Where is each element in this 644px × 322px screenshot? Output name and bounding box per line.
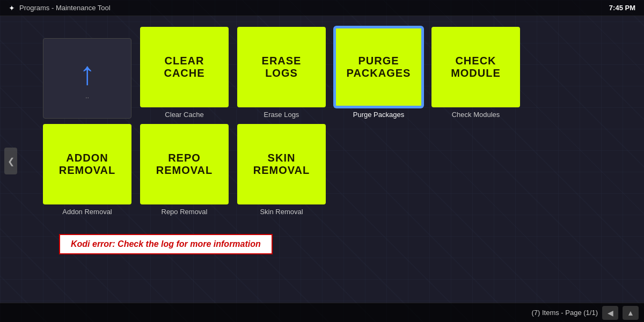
purge-packages-text: PURGEPACKAGES (347, 55, 411, 79)
repo-removal-label: Repo Removal (162, 208, 208, 216)
tile-item-repo-removal: REPOREMOVAL Repo Removal (140, 124, 229, 216)
check-module-button[interactable]: CHECKMODULE (431, 27, 520, 107)
addon-removal-text: ADDONREMOVAL (59, 152, 116, 177)
purge-packages-label: Purge Packages (353, 111, 404, 119)
back-dots: .. (85, 92, 89, 100)
tile-item-check-module: CHECKMODULE Check Modules (431, 27, 520, 119)
header: ✦ Programs - Maintenance Tool 7:45 PM (0, 0, 644, 16)
clear-cache-text: CLEARCACHE (164, 55, 204, 79)
tile-item-purge-packages: PURGEPACKAGES Purge Packages (334, 27, 423, 119)
skin-removal-text: SKINREMOVAL (253, 152, 310, 177)
tile-item-back: ↑ .. (43, 38, 131, 119)
breadcrumb-tool: Maintenance Tool (56, 4, 111, 12)
tile-item-clear-cache: CLEARCACHE Clear Cache (140, 27, 229, 119)
tile-item-erase-logs: ERASELOGS Erase Logs (237, 27, 326, 119)
header-breadcrumb-area: ✦ Programs - Maintenance Tool (9, 4, 111, 12)
next-page-button[interactable]: ▲ (623, 306, 639, 320)
repo-removal-button[interactable]: REPOREMOVAL (140, 124, 229, 204)
erase-logs-label: Erase Logs (264, 111, 299, 119)
footer: (7) Items - Page (1/1) ◀ ▲ (0, 303, 644, 322)
prev-page-icon: ◀ (608, 309, 613, 317)
back-arrow-icon: ↑ (79, 57, 96, 90)
purge-packages-button[interactable]: PURGEPACKAGES (334, 27, 423, 107)
erase-logs-text: ERASELOGS (262, 55, 302, 79)
error-notification: Kodi error: Check the log for more infor… (59, 234, 273, 254)
grid-row-2: ADDONREMOVAL Addon Removal REPOREMOVAL R… (43, 124, 601, 216)
skin-removal-label: Skin Removal (260, 208, 303, 216)
tile-item-addon-removal: ADDONREMOVAL Addon Removal (43, 124, 131, 216)
erase-logs-button[interactable]: ERASELOGS (237, 27, 326, 107)
programs-icon: ✦ (9, 4, 15, 12)
items-info: (7) Items - Page (1/1) (531, 309, 598, 317)
addon-removal-button[interactable]: ADDONREMOVAL (43, 124, 131, 204)
back-button[interactable]: ↑ .. (43, 38, 131, 119)
prev-page-button[interactable]: ◀ (602, 306, 618, 320)
addon-removal-label: Addon Removal (62, 208, 112, 216)
check-module-label: Check Modules (452, 111, 500, 119)
tile-item-skin-removal: SKINREMOVAL Skin Removal (237, 124, 326, 216)
check-module-text: CHECKMODULE (451, 55, 501, 79)
breadcrumb-separator: - (49, 4, 56, 12)
next-page-icon: ▲ (627, 309, 634, 317)
breadcrumb: Programs - Maintenance Tool (19, 4, 111, 12)
breadcrumb-programs: Programs (19, 4, 49, 12)
error-message: Kodi error: Check the log for more infor… (71, 239, 261, 248)
repo-removal-text: REPOREMOVAL (156, 152, 213, 177)
grid-row-1: ↑ .. CLEARCACHE Clear Cache ERASELOGS Er… (43, 27, 601, 119)
side-nav-arrow[interactable]: ❮ (4, 148, 17, 174)
clock: 7:45 PM (609, 4, 635, 12)
main-content: ↑ .. CLEARCACHE Clear Cache ERASELOGS Er… (0, 16, 644, 303)
skin-removal-button[interactable]: SKINREMOVAL (237, 124, 326, 204)
clear-cache-label: Clear Cache (165, 111, 203, 119)
clear-cache-button[interactable]: CLEARCACHE (140, 27, 229, 107)
